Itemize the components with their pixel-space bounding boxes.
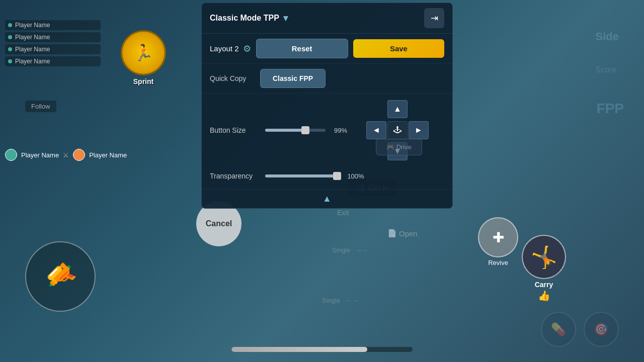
button-size-label: Button Size bbox=[210, 126, 260, 134]
open-icon: 📄 bbox=[387, 229, 397, 238]
score-ghost-label: Score bbox=[595, 65, 616, 74]
ghost-health-btn: 💊 bbox=[541, 312, 576, 347]
follow-button[interactable]: Follow bbox=[25, 101, 56, 112]
side-ghost-label: Side bbox=[596, 30, 619, 43]
save-button[interactable]: Save bbox=[353, 39, 444, 58]
player-bar-name-1: Player Name bbox=[21, 151, 59, 159]
open-label: Open bbox=[399, 229, 418, 238]
exit-panel-button[interactable]: ⇥ bbox=[424, 8, 444, 28]
collapse-icon[interactable]: ▲ bbox=[323, 194, 332, 204]
drive-wheel-icon: 🎮 bbox=[386, 143, 394, 151]
sprint-label: Sprint bbox=[121, 77, 166, 85]
classic-fpp-button[interactable]: Classic FPP bbox=[260, 69, 326, 88]
sprint-circle: 🏃 bbox=[121, 30, 166, 75]
bullet-icon: 🔫 bbox=[39, 255, 82, 298]
ghost-action-btn: 🎯 bbox=[584, 312, 619, 347]
button-size-thumb[interactable] bbox=[301, 126, 309, 134]
button-size-fill bbox=[265, 129, 304, 132]
exit-ghost-label: Exit bbox=[337, 209, 349, 217]
collapse-arrow-row[interactable]: ▲ bbox=[202, 189, 452, 208]
sprint-button[interactable]: 🏃 Sprint bbox=[121, 30, 166, 85]
classic-fpp-label: Classic FPP bbox=[273, 74, 313, 82]
dpad-right-button[interactable]: ► bbox=[409, 121, 429, 139]
single-ghost-1: Single →→ bbox=[332, 246, 368, 254]
progress-bar-container bbox=[231, 347, 413, 352]
player-status-dot bbox=[8, 23, 12, 27]
list-item: Player Name bbox=[5, 44, 101, 54]
bottom-right-ghost-buttons: 💊 🎯 bbox=[541, 312, 619, 347]
mode-selector[interactable]: Classic Mode TPP ▾ bbox=[210, 13, 288, 24]
open-ghost-label: 📄 Open bbox=[387, 229, 418, 238]
progress-bar-fill bbox=[231, 347, 367, 352]
action-icon: 🎯 bbox=[594, 322, 609, 336]
carry-circle: 🤸 bbox=[522, 235, 566, 279]
list-item: Player Name bbox=[5, 32, 101, 42]
settings-panel: Classic Mode TPP ▾ ⇥ Layout 2 ⚙ Reset Sa… bbox=[201, 3, 453, 209]
player-name-1: Player Name bbox=[15, 22, 50, 29]
dpad-up-icon: ▲ bbox=[393, 105, 401, 114]
ammo-circle: 🔫 bbox=[25, 241, 96, 312]
dpad-center-icon: 🕹 bbox=[393, 126, 401, 135]
transparency-label: Transparency bbox=[210, 172, 260, 180]
separator-icon: ⚔ bbox=[63, 151, 69, 159]
single-ghost-2: Single →→ bbox=[322, 297, 358, 304]
carry-label: Carry bbox=[522, 281, 566, 289]
dpad-row-top: ▲ bbox=[387, 100, 408, 119]
quick-copy-row: Quick Copy Classic FPP bbox=[202, 64, 452, 94]
drive-indicator: 🎮 Drive bbox=[376, 139, 422, 155]
revive-label: Revive bbox=[478, 259, 518, 266]
fpp-ghost-label: FPP bbox=[597, 101, 624, 117]
layout-label: Layout 2 bbox=[210, 44, 239, 53]
health-icon: 💊 bbox=[551, 322, 566, 336]
reset-label: Reset bbox=[292, 44, 312, 53]
carry-thumb-icon: 👍 bbox=[522, 290, 566, 302]
transparency-thumb[interactable] bbox=[333, 172, 341, 180]
cancel-label: Cancel bbox=[206, 219, 232, 228]
player-avatar-1 bbox=[5, 149, 17, 161]
dpad-right-icon: ► bbox=[415, 126, 423, 135]
player-name-2: Player Name bbox=[15, 34, 50, 41]
list-item: Player Name bbox=[5, 20, 101, 30]
player-name-3: Player Name bbox=[15, 46, 50, 53]
button-size-value: 99% bbox=[331, 127, 351, 134]
player-status-dot bbox=[8, 59, 12, 63]
carry-button[interactable]: 🤸 Carry 👍 bbox=[522, 235, 566, 302]
panel-header: Classic Mode TPP ▾ ⇥ bbox=[202, 3, 452, 34]
dropdown-arrow-icon[interactable]: ▾ bbox=[283, 13, 288, 24]
button-size-row: Button Size 99% ▲ ◄ 🕹 ► bbox=[202, 94, 452, 167]
carry-icon: 🤸 bbox=[531, 245, 557, 269]
player-status-dot bbox=[8, 35, 12, 39]
player-avatar-2 bbox=[73, 149, 85, 161]
dpad-up-button[interactable]: ▲ bbox=[387, 100, 408, 118]
transparency-value: 100% bbox=[346, 172, 366, 180]
transparency-row: Transparency 100% bbox=[202, 167, 452, 185]
player-status-dot bbox=[8, 47, 12, 51]
quick-copy-label: Quick Copy bbox=[210, 74, 255, 82]
layout-selector[interactable]: Layout 2 ⚙ bbox=[210, 43, 251, 54]
dpad-left-button[interactable]: ◄ bbox=[366, 121, 386, 139]
revive-button[interactable]: ✚ Revive bbox=[478, 217, 518, 266]
player-name-4: Player Name bbox=[15, 58, 50, 65]
player-list: Player Name Player Name Player Name Play… bbox=[5, 20, 101, 68]
dpad-left-icon: ◄ bbox=[372, 126, 380, 135]
button-size-slider[interactable] bbox=[265, 129, 326, 132]
layout-row: Layout 2 ⚙ Reset Save bbox=[202, 34, 452, 64]
save-label: Save bbox=[390, 44, 408, 53]
dpad-row-middle: ◄ 🕹 ► bbox=[366, 121, 429, 140]
player-bar-name-2: Player Name bbox=[89, 151, 127, 159]
dpad-center-button[interactable]: 🕹 bbox=[387, 121, 408, 139]
exit-icon: ⇥ bbox=[431, 13, 438, 24]
list-item: Player Name bbox=[5, 56, 101, 66]
gear-icon[interactable]: ⚙ bbox=[243, 43, 251, 54]
revive-icon: ✚ bbox=[493, 229, 504, 246]
transparency-slider[interactable] bbox=[265, 174, 341, 177]
transparency-fill bbox=[265, 174, 341, 177]
drive-label: Drive bbox=[396, 143, 412, 151]
revive-circle: ✚ bbox=[478, 217, 518, 257]
player-bar: Player Name ⚔ Player Name bbox=[5, 149, 127, 161]
reset-button[interactable]: Reset bbox=[256, 39, 348, 58]
mode-title: Classic Mode TPP bbox=[210, 14, 279, 23]
sprint-icon: 🏃 bbox=[133, 43, 153, 62]
